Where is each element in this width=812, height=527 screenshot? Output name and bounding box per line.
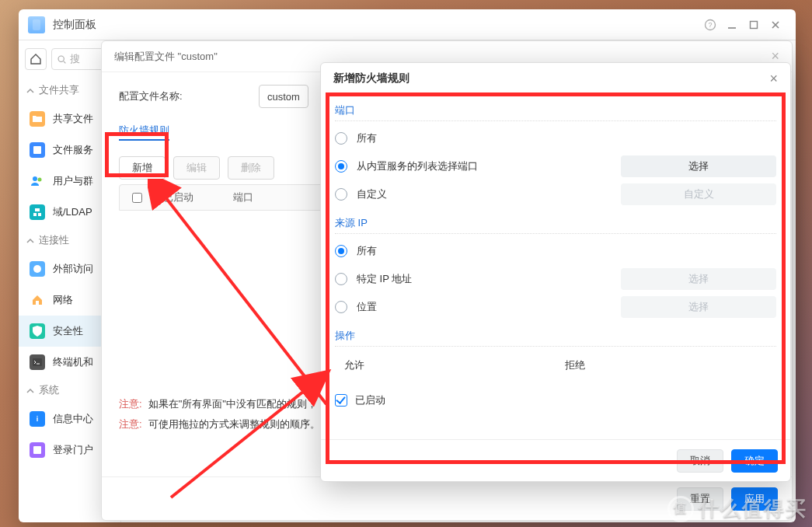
close-button[interactable] [765, 14, 786, 36]
radio-source-location[interactable] [335, 301, 347, 313]
network-icon [30, 292, 45, 308]
select-builtin-button[interactable]: 选择 [621, 155, 776, 177]
svg-rect-20 [33, 446, 41, 454]
radio-port-all[interactable] [335, 132, 347, 145]
edit-rule-button[interactable]: 编辑 [173, 156, 220, 180]
home-icon [30, 53, 42, 65]
sidebar-item-label: 外部访问 [53, 262, 93, 276]
select-ip-button: 选择 [621, 268, 776, 290]
custom-port-button: 自定义 [621, 183, 776, 205]
chevron-up-icon [26, 237, 34, 245]
firewall-rules-tab[interactable]: 防火墙规则 [119, 124, 169, 141]
sidebar-item-label: 安全性 [53, 324, 83, 338]
label-action-allow: 允许 [344, 358, 364, 372]
reset-button[interactable]: 重置 [677, 487, 723, 511]
profile-name-input[interactable]: custom [259, 85, 308, 108]
profile-name-label: 配置文件名称: [119, 89, 243, 103]
svg-rect-11 [35, 208, 40, 211]
window-title: 控制面板 [53, 18, 96, 32]
svg-rect-16 [33, 358, 42, 366]
svg-line-7 [64, 61, 65, 62]
sidebar-item-label: 文件服务 [53, 143, 93, 157]
svg-rect-8 [33, 146, 41, 154]
section-action: 操作 [335, 329, 776, 347]
folder-icon [30, 111, 45, 127]
select-location-button: 选择 [621, 296, 776, 318]
add-firewall-rule-dialog: 新增防火墙规则 × 端口 所有 从内置服务的列表选择端口 选择 自定义 自定义 … [320, 62, 791, 482]
svg-point-6 [58, 56, 64, 61]
delete-rule-button[interactable]: 删除 [228, 156, 274, 180]
home-button[interactable] [25, 48, 47, 70]
svg-rect-15 [36, 301, 39, 305]
svg-rect-13 [38, 213, 41, 216]
window-titlebar: 控制面板 ? [19, 9, 796, 40]
dialog-title: 新增防火墙规则 [333, 72, 409, 86]
info-icon: i [30, 411, 45, 427]
sidebar-item-label: 信息中心 [53, 412, 93, 426]
section-port: 端口 [335, 103, 776, 121]
portal-icon [30, 442, 45, 458]
dialog-title: 编辑配置文件 "custom" [114, 50, 218, 64]
label-source-location: 位置 [357, 300, 621, 314]
service-icon [30, 142, 45, 158]
label-source-specific: 特定 IP 地址 [357, 272, 621, 286]
col-enabled: 已启动 [154, 190, 224, 204]
svg-rect-12 [33, 213, 37, 216]
help-button[interactable]: ? [699, 14, 721, 36]
people-icon [30, 173, 45, 189]
chevron-up-icon [26, 87, 34, 95]
search-icon [57, 54, 67, 65]
section-source: 来源 IP [335, 216, 776, 234]
radio-source-all[interactable] [335, 245, 347, 257]
sidebar-item-label: 终端机和 [53, 355, 93, 369]
sidebar-item-label: 网络 [53, 293, 73, 307]
radio-port-builtin[interactable] [335, 160, 347, 173]
label-port-all: 所有 [357, 131, 776, 145]
svg-point-14 [33, 265, 41, 273]
label-port-builtin: 从内置服务的列表选择端口 [357, 159, 621, 173]
radio-port-custom[interactable] [335, 188, 347, 201]
maximize-button[interactable] [743, 14, 765, 36]
search-placeholder: 搜 [70, 52, 80, 66]
chevron-up-icon [26, 387, 34, 395]
label-action-deny: 拒绝 [565, 358, 585, 372]
shield-icon [30, 323, 45, 339]
radio-source-specific[interactable] [335, 273, 347, 285]
cancel-button[interactable]: 取消 [677, 449, 723, 473]
minimize-button[interactable] [721, 14, 743, 36]
ok-button[interactable]: 确定 [731, 449, 778, 473]
ldap-icon [30, 204, 45, 220]
enabled-label: 已启动 [355, 393, 385, 407]
sidebar-item-label: 用户与群 [53, 174, 93, 188]
enabled-checkbox[interactable] [335, 394, 347, 407]
label-source-all: 所有 [357, 244, 776, 258]
external-icon [30, 261, 45, 277]
terminal-icon [30, 354, 45, 370]
svg-text:?: ? [708, 21, 712, 29]
select-all-checkbox[interactable] [132, 193, 142, 203]
label-port-custom: 自定义 [357, 187, 621, 201]
svg-text:i: i [37, 415, 39, 423]
close-icon[interactable]: × [769, 71, 778, 87]
apply-button[interactable]: 应用 [731, 487, 778, 511]
svg-point-9 [33, 176, 37, 181]
svg-rect-3 [751, 21, 758, 28]
add-rule-button[interactable]: 新增 [119, 156, 166, 180]
sidebar-item-label: 登录门户 [53, 443, 93, 457]
app-icon [28, 16, 45, 33]
sidebar-item-label: 共享文件 [53, 112, 93, 126]
sidebar-item-label: 域/LDAP [53, 205, 92, 219]
svg-point-10 [38, 178, 42, 182]
